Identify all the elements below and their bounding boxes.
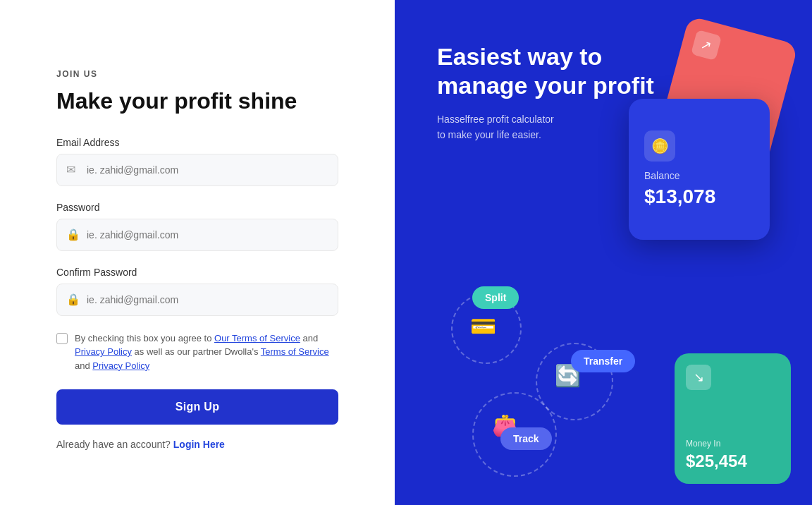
main-title: Make your profit shine [56, 87, 338, 114]
right-panel: Easiest way to manage your profit Hassel… [395, 0, 812, 505]
right-heading: Easiest way to manage your profit [437, 42, 677, 100]
password-input-wrapper: 🔒 [56, 219, 338, 251]
privacy-policy-link-1[interactable]: Privacy Policy [75, 346, 132, 357]
illustration: 💳 🔄 👛 Split Transfer Track [430, 279, 684, 477]
password-input[interactable] [56, 219, 338, 251]
confirm-password-group: Confirm Password 🔒 [56, 267, 338, 316]
terms-text: By checking this box you agree to Our Te… [75, 331, 338, 373]
pill-split: Split [472, 286, 519, 309]
money-in-amount: $25,454 [686, 451, 780, 471]
terms-row: By checking this box you agree to Our Te… [56, 331, 338, 373]
email-input-wrapper: ✉ [56, 154, 338, 186]
login-question: Already have an account? [56, 439, 171, 450]
balance-amount: $13,078 [644, 185, 754, 208]
right-subtext-line2: to make your life easier. [437, 129, 541, 140]
confirm-input-wrapper: 🔒 [56, 284, 338, 316]
confirm-label: Confirm Password [56, 267, 338, 278]
password-group: Password 🔒 [56, 202, 338, 251]
confirm-input[interactable] [56, 284, 338, 316]
card-balance: 🪙 Balance $13,078 [629, 99, 770, 240]
right-subtext: Hasselfree profit calculator to make you… [437, 111, 620, 143]
card-money-in: ↘ Money In $25,454 [675, 353, 791, 484]
pill-transfer: Transfer [571, 350, 635, 372]
balance-label: Balance [644, 170, 754, 181]
terms-of-service-link-2[interactable]: Terms of Service [261, 346, 329, 357]
password-label: Password [56, 202, 338, 213]
money-out-arrow-icon: ↗ [691, 30, 722, 61]
wallet-emoji-icon: 💳 [463, 306, 503, 346]
balance-wallet-icon: 🪙 [644, 130, 675, 162]
pill-track: Track [500, 427, 552, 450]
terms-checkbox[interactable] [56, 333, 68, 344]
right-subtext-line1: Hasselfree profit calculator [437, 114, 554, 125]
money-in-label: Money In [686, 439, 780, 449]
signup-button[interactable]: Sign Up [56, 389, 338, 425]
login-link[interactable]: Login Here [173, 439, 225, 450]
email-label: Email Address [56, 137, 338, 148]
email-group: Email Address ✉ [56, 137, 338, 186]
left-panel: JOIN US Make your profit shine Email Add… [0, 0, 395, 505]
privacy-policy-link-2[interactable]: Privacy Policy [92, 360, 149, 371]
terms-of-service-link-1[interactable]: Our Terms of Service [214, 333, 300, 343]
join-us-label: JOIN US [56, 69, 338, 79]
login-row: Already have an account? Login Here [56, 439, 338, 450]
email-input[interactable] [56, 154, 338, 186]
money-in-arrow-icon: ↘ [686, 365, 711, 390]
